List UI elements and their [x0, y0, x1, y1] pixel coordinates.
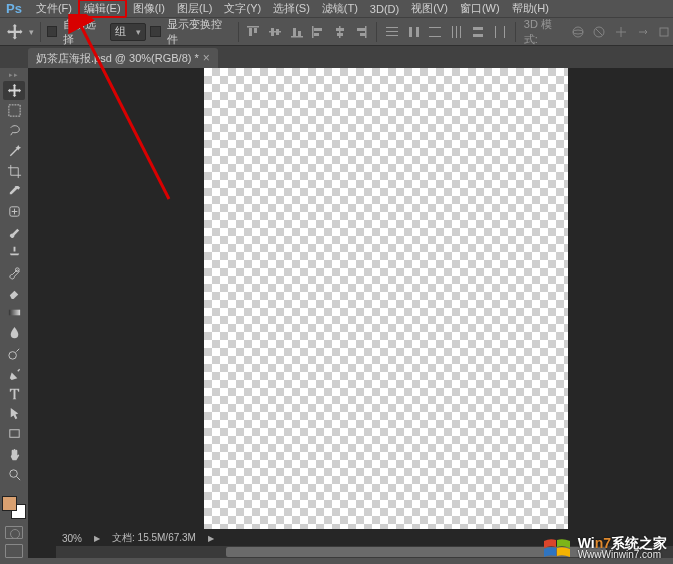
show-transform-label: 显示变换控件 [167, 17, 232, 47]
svg-rect-7 [293, 28, 296, 36]
mode-3d-slide-icon[interactable] [634, 23, 652, 41]
tools-panel: ▸▸ [0, 68, 28, 558]
svg-rect-3 [269, 31, 281, 33]
watermark-url: WwwWinwin7.com [578, 550, 661, 560]
type-tool[interactable] [3, 384, 25, 403]
mode-3d-orbit-icon[interactable] [569, 23, 587, 41]
magic-wand-tool[interactable] [3, 141, 25, 160]
eyedropper-tool[interactable] [3, 182, 25, 201]
menu-edit[interactable]: 编辑(E) [78, 0, 127, 18]
menu-file[interactable]: 文件(F) [30, 0, 78, 18]
distribute-hcenter-icon[interactable] [470, 23, 488, 41]
status-arrow2-icon[interactable]: ▶ [208, 534, 214, 543]
tools-panel-grip-icon[interactable]: ▸▸ [3, 70, 25, 80]
menu-image[interactable]: 图像(I) [127, 0, 171, 18]
mode-3d-pan-icon[interactable] [612, 23, 630, 41]
svg-rect-11 [314, 33, 319, 36]
close-tab-icon[interactable]: × [203, 51, 210, 65]
svg-rect-18 [386, 27, 398, 28]
main-area: ▸▸ 30% ▶ [0, 68, 673, 558]
zoom-tool[interactable] [3, 465, 25, 484]
gradient-tool[interactable] [3, 303, 25, 322]
blur-tool[interactable] [3, 323, 25, 342]
menu-bar: Ps 文件(F) 编辑(E) 图像(I) 图层(L) 文字(Y) 选择(S) 滤… [0, 0, 673, 18]
status-arrow-icon[interactable]: ▶ [94, 534, 100, 543]
healing-brush-tool[interactable] [3, 202, 25, 221]
mode-3d-roll-icon[interactable] [591, 23, 609, 41]
document-tab-bar: 奶茶店海报.psd @ 30%(RGB/8) * × [0, 46, 673, 68]
menu-select[interactable]: 选择(S) [267, 0, 316, 18]
svg-rect-36 [8, 105, 19, 116]
mode-3d-scale-icon[interactable] [655, 23, 673, 41]
align-right-icon[interactable] [353, 23, 371, 41]
svg-rect-8 [298, 31, 301, 36]
svg-rect-19 [386, 31, 398, 32]
dropdown-arrow-icon[interactable]: ▾ [29, 27, 34, 37]
quick-mask-toggle[interactable] [5, 526, 23, 540]
svg-rect-10 [314, 28, 322, 31]
distribute-bottom-icon[interactable] [426, 23, 444, 41]
document-tab-title: 奶茶店海报.psd @ 30%(RGB/8) * [36, 51, 199, 66]
menu-3d[interactable]: 3D(D) [364, 1, 405, 17]
move-tool-icon [6, 23, 24, 41]
pen-tool[interactable] [3, 364, 25, 383]
watermark-brand: Win7系统之家 [578, 536, 667, 550]
svg-rect-20 [386, 35, 398, 36]
menu-filter[interactable]: 滤镜(T) [316, 0, 364, 18]
svg-rect-16 [357, 28, 365, 31]
svg-rect-15 [365, 26, 367, 38]
distribute-vcenter-icon[interactable] [405, 23, 423, 41]
document-tab[interactable]: 奶茶店海报.psd @ 30%(RGB/8) * × [28, 48, 218, 68]
menu-type[interactable]: 文字(Y) [218, 0, 267, 18]
dodge-tool[interactable] [3, 343, 25, 362]
color-swatches[interactable] [2, 496, 26, 519]
align-top-icon[interactable] [245, 23, 263, 41]
svg-rect-4 [271, 28, 274, 36]
align-left-icon[interactable] [309, 23, 327, 41]
path-select-tool[interactable] [3, 404, 25, 423]
zoom-level[interactable]: 30% [62, 533, 82, 544]
docsize-value: 15.5M/67.3M [138, 532, 196, 543]
rectangle-tool[interactable] [3, 424, 25, 443]
svg-rect-13 [336, 28, 344, 31]
svg-rect-22 [416, 27, 419, 37]
distribute-top-icon[interactable] [383, 23, 401, 41]
brush-tool[interactable] [3, 222, 25, 241]
svg-rect-28 [473, 27, 483, 30]
history-brush-tool[interactable] [3, 263, 25, 282]
svg-rect-26 [456, 26, 457, 38]
crop-tool[interactable] [3, 161, 25, 180]
move-tool[interactable] [3, 81, 25, 100]
align-bottom-icon[interactable] [288, 23, 306, 41]
svg-rect-0 [247, 26, 259, 28]
menu-window[interactable]: 窗口(W) [454, 0, 506, 18]
svg-rect-35 [660, 28, 668, 36]
svg-point-33 [573, 30, 583, 34]
svg-rect-2 [254, 28, 257, 33]
menu-help[interactable]: 帮助(H) [506, 0, 555, 18]
eraser-tool[interactable] [3, 283, 25, 302]
align-hcenter-icon[interactable] [331, 23, 349, 41]
menu-layer[interactable]: 图层(L) [171, 0, 218, 18]
svg-rect-9 [312, 26, 314, 38]
svg-rect-6 [291, 36, 303, 38]
autoselect-target-select[interactable]: 组 ▾ [110, 23, 146, 41]
distribute-right-icon[interactable] [491, 23, 509, 41]
show-transform-checkbox[interactable] [150, 26, 161, 37]
lasso-tool[interactable] [3, 121, 25, 140]
marquee-tool[interactable] [3, 101, 25, 120]
canvas-area: 30% ▶ 文档: 15.5M/67.3M ▶ [28, 68, 673, 558]
svg-rect-17 [360, 33, 365, 36]
autoselect-checkbox[interactable] [47, 26, 58, 37]
svg-point-40 [8, 351, 16, 359]
distribute-left-icon[interactable] [448, 23, 466, 41]
foreground-color-swatch[interactable] [2, 496, 17, 511]
document-canvas[interactable] [204, 68, 568, 553]
align-vcenter-icon[interactable] [266, 23, 284, 41]
menu-view[interactable]: 视图(V) [405, 0, 454, 18]
clone-stamp-tool[interactable] [3, 242, 25, 261]
hand-tool[interactable] [3, 445, 25, 464]
screen-mode-toggle[interactable] [5, 544, 23, 558]
svg-rect-29 [473, 34, 483, 37]
svg-rect-30 [495, 26, 496, 38]
